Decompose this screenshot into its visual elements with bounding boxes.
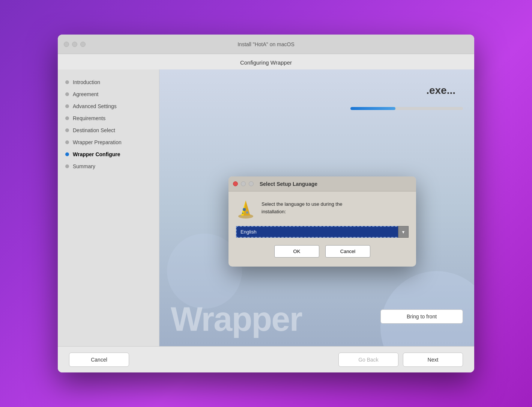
dialog-description: Select the language to use during theins… [261, 199, 342, 215]
sidebar-item-requirements[interactable]: Requirements [58, 113, 159, 124]
progress-bar-container [350, 107, 463, 110]
sidebar-item-wrapper-configure[interactable]: Wrapper Configure [58, 149, 159, 160]
dialog-content: Select the language to use during theins… [236, 199, 409, 219]
traffic-lights [64, 42, 86, 47]
sidebar-item-wrapper-preparation[interactable]: Wrapper Preparation [58, 137, 159, 148]
wrapper-bg-text: Wrapper [159, 300, 313, 346]
sidebar-item-agreement[interactable]: Agreement [58, 89, 159, 99]
dialog-titlebar: Select Setup Language [228, 176, 416, 191]
process-text: .exe... [426, 84, 455, 96]
language-dialog: Select Setup Language Select the languag… [228, 176, 416, 267]
dialog-buttons: OK Cancel [236, 245, 409, 258]
sidebar-dot-introduction [65, 80, 69, 84]
sidebar-label-destination-select: Destination Select [73, 127, 115, 133]
sidebar-dot-requirements [65, 116, 69, 120]
sidebar-dot-advanced-settings [65, 104, 69, 108]
sidebar-dot-agreement [65, 92, 69, 96]
dialog-maximize-button[interactable] [249, 181, 254, 186]
sidebar-dot-destination-select [65, 128, 69, 132]
cancel-button[interactable]: Cancel [69, 353, 129, 367]
dialog-title: Select Setup Language [260, 181, 317, 187]
titlebar: Install "HotA" on macOS [58, 35, 474, 54]
maximize-button[interactable] [80, 42, 86, 47]
bottom-bar: Cancel Go Back Next [58, 346, 474, 372]
minimize-button[interactable] [72, 42, 77, 47]
dialog-icon [236, 199, 255, 219]
bottom-right-buttons: Go Back Next [338, 353, 463, 367]
dialog-body: Select the language to use during theins… [228, 191, 416, 267]
dialog-cancel-button[interactable]: Cancel [325, 245, 370, 258]
sidebar-label-summary: Summary [73, 163, 95, 169]
sidebar-item-summary[interactable]: Summary [58, 161, 159, 172]
dialog-ok-button[interactable]: OK [274, 245, 319, 258]
sidebar-label-requirements: Requirements [73, 115, 105, 121]
dialog-close-button[interactable] [233, 181, 238, 186]
next-button[interactable]: Next [403, 353, 463, 367]
sidebar-dot-summary [65, 164, 69, 168]
bring-to-front-button[interactable]: Bring to front [380, 309, 463, 324]
sidebar-item-introduction[interactable]: Introduction [58, 77, 159, 87]
close-button[interactable] [64, 42, 69, 47]
bg-circle-1 [380, 271, 474, 346]
window-title: Install "HotA" on macOS [237, 41, 295, 47]
sidebar-item-destination-select[interactable]: Destination Select [58, 125, 159, 136]
sidebar-dot-wrapper-configure [65, 152, 69, 156]
sidebar-dot-wrapper-preparation [65, 140, 69, 144]
select-container: English ▼ [236, 226, 409, 238]
sidebar-label-wrapper-preparation: Wrapper Preparation [73, 139, 122, 145]
svg-point-2 [246, 211, 248, 214]
progress-bar-fill [350, 107, 395, 110]
language-display: English [236, 226, 409, 238]
svg-point-3 [242, 213, 243, 214]
language-select-wrapper: English ▼ [236, 226, 409, 238]
sidebar-item-advanced-settings[interactable]: Advanced Settings [58, 101, 159, 112]
go-back-button[interactable]: Go Back [338, 353, 398, 367]
sidebar-label-advanced-settings: Advanced Settings [73, 103, 117, 109]
sidebar-label-wrapper-configure: Wrapper Configure [73, 151, 120, 157]
process-area: .exe... [426, 84, 455, 96]
sidebar: Introduction Agreement Advanced Settings… [58, 69, 159, 346]
dropdown-arrow[interactable]: ▼ [398, 226, 409, 238]
sidebar-label-agreement: Agreement [73, 91, 98, 97]
window-subtitle: Configuring Wrapper [58, 54, 474, 69]
dialog-minimize-button[interactable] [241, 181, 246, 186]
sidebar-label-introduction: Introduction [73, 79, 100, 85]
language-value: English [240, 229, 257, 235]
svg-point-1 [243, 208, 246, 211]
bring-to-front-area: Bring to front [380, 309, 463, 324]
